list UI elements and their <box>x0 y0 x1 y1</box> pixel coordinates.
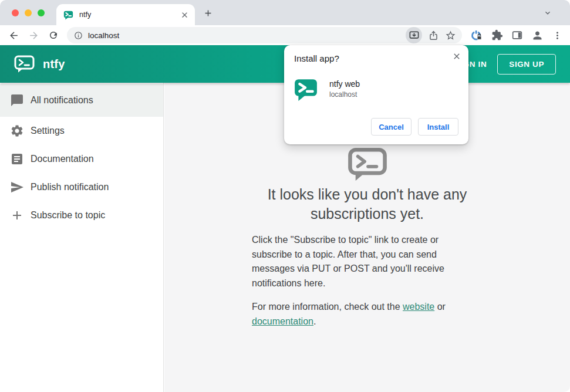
sidebar-item-publish-notification[interactable]: Publish notification <box>0 173 163 201</box>
more-info-suffix: . <box>313 316 316 326</box>
sidebar-item-subscribe-to-topic[interactable]: Subscribe to topic <box>0 201 163 229</box>
chat-icon <box>10 93 24 107</box>
send-icon <box>10 180 24 194</box>
install-pwa-icon <box>409 30 420 41</box>
back-button[interactable] <box>8 30 19 41</box>
gear-icon <box>10 124 24 138</box>
ntfy-favicon-icon <box>63 10 73 20</box>
sidebar-item-label: Documentation <box>31 154 94 164</box>
share-button[interactable] <box>428 30 439 41</box>
site-info-icon[interactable] <box>74 31 83 40</box>
share-icon <box>428 30 439 41</box>
empty-state-more-info: For more information, check out the webs… <box>252 300 453 329</box>
documentation-link[interactable]: documentation <box>252 316 313 326</box>
profile-icon <box>531 29 544 42</box>
plus-icon <box>10 208 24 222</box>
extensions-button[interactable] <box>491 29 503 41</box>
new-tab-button[interactable] <box>203 8 213 18</box>
website-link[interactable]: website <box>403 302 434 312</box>
more-info-prefix: For more information, check out the <box>252 302 403 312</box>
sign-up-button[interactable]: SIGN UP <box>497 54 556 75</box>
maximize-window-button[interactable] <box>38 9 45 16</box>
tab-close-icon[interactable] <box>180 10 189 19</box>
install-button[interactable]: Install <box>418 118 458 136</box>
browser-toolbar: localhost <box>0 25 570 45</box>
tab-search-chevron-icon[interactable] <box>543 8 552 18</box>
privacy-extension-button[interactable] <box>470 29 483 42</box>
sidebar-item-documentation[interactable]: Documentation <box>0 145 163 173</box>
browser-window: ntfy localho <box>0 0 570 392</box>
ntfy-logo-icon <box>14 55 35 73</box>
sidebar-item-label: Publish notification <box>31 182 109 192</box>
side-panel-button[interactable] <box>511 29 523 41</box>
bookmark-button[interactable] <box>445 30 456 41</box>
ntfy-app-icon <box>294 77 318 102</box>
close-window-button[interactable] <box>12 9 19 16</box>
side-panel-icon <box>511 29 523 41</box>
reload-button[interactable] <box>48 30 59 40</box>
browser-menu-button[interactable] <box>552 30 563 41</box>
app-title: ntfy <box>43 58 65 71</box>
minimize-window-button[interactable] <box>25 9 32 16</box>
forward-button[interactable] <box>28 30 39 41</box>
article-icon <box>10 152 24 166</box>
sidebar-item-label: All notifications <box>31 95 93 106</box>
install-app-dialog: Install app? ntfy web localhost Cancel I… <box>284 45 468 144</box>
extensions-puzzle-icon <box>491 29 503 41</box>
dialog-close-icon[interactable] <box>451 51 461 61</box>
profile-button[interactable] <box>531 29 544 42</box>
tab-strip: ntfy <box>0 0 570 25</box>
ntfy-empty-state-icon <box>348 147 387 181</box>
privacy-extension-icon <box>470 29 483 42</box>
bookmark-star-icon <box>445 30 456 41</box>
sidebar-item-label: Subscribe to topic <box>31 210 105 221</box>
cancel-button[interactable]: Cancel <box>371 118 412 136</box>
dialog-title: Install app? <box>294 53 339 63</box>
url-text[interactable]: localhost <box>88 31 406 40</box>
browser-tab-ntfy[interactable]: ntfy <box>56 4 195 25</box>
sidebar-item-all-notifications[interactable]: All notifications <box>0 84 163 117</box>
tab-title: ntfy <box>79 11 180 19</box>
sidebar-item-settings[interactable]: Settings <box>0 117 163 145</box>
address-bar[interactable]: localhost <box>67 27 462 43</box>
empty-state-heading: It looks like you don't have any subscri… <box>259 185 476 224</box>
dialog-app-name: ntfy web <box>329 79 360 89</box>
menu-dots-icon <box>552 30 563 41</box>
sidebar-item-label: Settings <box>31 126 65 136</box>
sidebar: All notifications Settings Documentation… <box>0 83 164 392</box>
more-info-middle: or <box>434 302 446 312</box>
traffic-lights <box>12 9 45 16</box>
empty-state-paragraph: Click the "Subscribe to topic" link to c… <box>252 233 453 290</box>
install-app-toolbar-button[interactable] <box>406 27 422 43</box>
dialog-app-origin: localhost <box>329 90 357 99</box>
